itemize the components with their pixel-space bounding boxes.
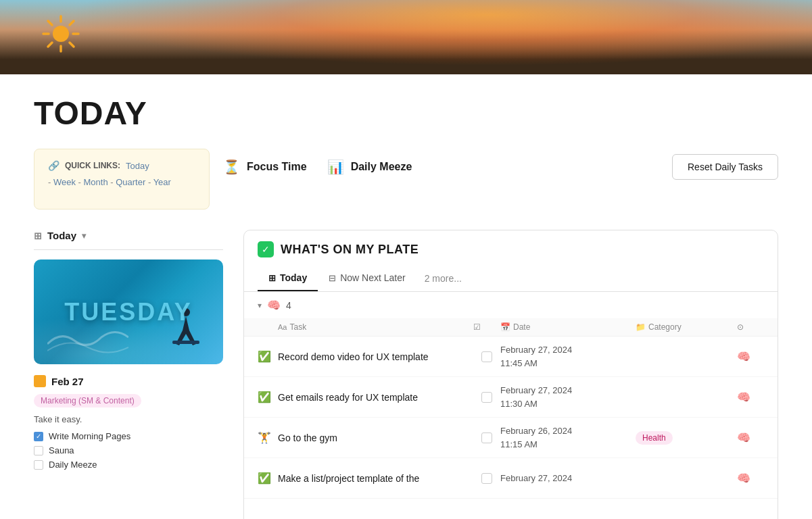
focus-time-button[interactable]: ⏳ Focus Time bbox=[223, 152, 307, 182]
task-name-3[interactable]: Make a list/project template of the bbox=[278, 473, 473, 484]
row-date-line1-2: February 26, 2024 bbox=[500, 424, 636, 438]
col-date-icon: 📅 bbox=[500, 322, 510, 332]
daily-meeze-icon: 📊 bbox=[327, 159, 344, 175]
sun-container bbox=[41, 14, 81, 54]
quick-link-today[interactable]: Today bbox=[126, 161, 149, 171]
left-panel: ⊞ Today ▾ TUESDA bbox=[34, 230, 223, 519]
group-row: ▾ 🧠 4 bbox=[244, 292, 778, 318]
row-date-2: February 26, 2024 11:15 AM bbox=[500, 424, 636, 451]
plate-check-icon: ✓ bbox=[258, 241, 274, 257]
right-panel: ✓ WHAT'S ON MY PLATE ⊞ Today ⊟ Now Next … bbox=[243, 230, 778, 519]
header-bg bbox=[0, 0, 812, 74]
more-tabs-button[interactable]: 2 more... bbox=[416, 266, 470, 291]
quick-link-week[interactable]: Week bbox=[53, 177, 76, 187]
table-row: 🏋️ Go to the gym February 26, 2024 11:15… bbox=[244, 418, 778, 458]
main-content: TODAY 🔗 QUICK LINKS: Today - Week - Mont… bbox=[0, 74, 812, 519]
row-checkbox-3[interactable] bbox=[473, 473, 500, 484]
category-health-badge: Health bbox=[636, 431, 673, 445]
row-date-line1-3: February 27, 2024 bbox=[500, 472, 636, 485]
tagline: Take it easy. bbox=[34, 414, 223, 424]
checklist-label-0: Write Morning Pages bbox=[49, 431, 130, 441]
group-arrow-icon: ▾ bbox=[258, 301, 262, 310]
col-header-date: 📅 Date bbox=[500, 322, 636, 332]
col-check-icon: ☑ bbox=[473, 322, 481, 332]
row-brain-2: 🧠 bbox=[737, 431, 764, 444]
header-image bbox=[0, 0, 812, 74]
row-status-icon-2: 🏋️ bbox=[258, 431, 278, 444]
page-title: TODAY bbox=[34, 95, 778, 132]
tab-nnl-label: Now Next Later bbox=[340, 272, 405, 283]
svg-line-8 bbox=[48, 43, 52, 47]
col-task-type-icon: Aa bbox=[278, 323, 287, 331]
action-buttons: ⏳ Focus Time 📊 Daily Meeze Reset Daily T… bbox=[223, 149, 778, 182]
checkbox-checked-icon[interactable]: ✓ bbox=[34, 432, 43, 441]
svg-line-6 bbox=[70, 43, 74, 47]
today-label: Today bbox=[47, 230, 76, 241]
tab-today-icon: ⊞ bbox=[268, 273, 276, 283]
checkbox-unchecked-icon[interactable] bbox=[34, 446, 43, 455]
focus-time-label: Focus Time bbox=[247, 161, 307, 173]
task-name-2[interactable]: Go to the gym bbox=[278, 432, 473, 443]
row-date-line2-2: 11:15 AM bbox=[500, 438, 636, 451]
row-checkbox-1[interactable] bbox=[473, 392, 500, 403]
row-checkbox-0[interactable] bbox=[473, 351, 500, 362]
tab-now-next-later[interactable]: ⊟ Now Next Later bbox=[318, 266, 416, 291]
group-count: 4 bbox=[286, 300, 291, 311]
svg-line-5 bbox=[48, 21, 52, 25]
col-date-label: Date bbox=[513, 322, 530, 332]
tag-pill[interactable]: Marketing (SM & Content) bbox=[34, 394, 141, 407]
focus-time-icon: ⏳ bbox=[223, 159, 240, 175]
col-header-brain: ⊙ bbox=[737, 322, 764, 332]
chevron-down-icon: ▾ bbox=[82, 231, 86, 241]
plate-card: ✓ WHAT'S ON MY PLATE ⊞ Today ⊟ Now Next … bbox=[243, 230, 778, 519]
body-row: ⊞ Today ▾ TUESDA bbox=[34, 230, 778, 519]
row-status-icon-1: ✅ bbox=[258, 391, 278, 403]
svg-rect-10 bbox=[172, 341, 199, 344]
quick-link-quarter[interactable]: Quarter bbox=[116, 177, 145, 187]
tab-today[interactable]: ⊞ Today bbox=[258, 266, 318, 291]
table-body: ✅ Record demo video for UX template Febr… bbox=[244, 337, 778, 519]
quick-links-header: 🔗 QUICK LINKS: Today bbox=[48, 160, 195, 171]
table-row: ✅ Get emails ready for UX template Febru… bbox=[244, 377, 778, 418]
row-brain-3: 🧠 bbox=[737, 472, 764, 485]
sidebar-divider bbox=[34, 249, 223, 250]
day-card-inner: TUESDAY bbox=[34, 260, 223, 364]
row-date-line1-0: February 27, 2024 bbox=[500, 343, 636, 357]
row-date-3: February 27, 2024 bbox=[500, 472, 636, 485]
quick-links-label: QUICK LINKS: bbox=[65, 161, 120, 170]
col-header-check: ☑ bbox=[473, 322, 500, 332]
daily-meeze-label: Daily Meeze bbox=[351, 161, 412, 173]
checklist-item-0: ✓ Write Morning Pages bbox=[34, 431, 223, 441]
quick-link-month[interactable]: Month bbox=[84, 177, 108, 187]
svg-point-0 bbox=[53, 26, 69, 42]
link-icon: 🔗 bbox=[48, 160, 59, 171]
task-name-0[interactable]: Record demo video for UX template bbox=[278, 351, 473, 362]
row-date-line2-1: 11:30 AM bbox=[500, 397, 636, 411]
svg-line-7 bbox=[70, 21, 74, 25]
checkbox-unchecked-icon-2[interactable] bbox=[34, 460, 43, 470]
checklist-label-1: Sauna bbox=[49, 445, 74, 455]
col-header-category: 📁 Category bbox=[636, 322, 737, 332]
row-status-icon-0: ✅ bbox=[258, 350, 278, 363]
checklist-item-2: Daily Meeze bbox=[34, 460, 223, 470]
top-row: 🔗 QUICK LINKS: Today - Week - Month - Qu… bbox=[34, 149, 778, 209]
row-checkbox-2[interactable] bbox=[473, 432, 500, 443]
plate-title: WHAT'S ON MY PLATE bbox=[281, 243, 419, 257]
reset-daily-tasks-button[interactable]: Reset Daily Tasks bbox=[672, 154, 778, 180]
tab-today-label: Today bbox=[280, 272, 307, 283]
tab-nnl-icon: ⊟ bbox=[329, 273, 336, 283]
row-brain-0: 🧠 bbox=[737, 350, 764, 363]
table-header: Aa Task ☑ 📅 Date 📁 Category bbox=[244, 318, 778, 337]
quick-links-box: 🔗 QUICK LINKS: Today - Week - Month - Qu… bbox=[34, 149, 210, 209]
col-task-label: Task bbox=[289, 322, 306, 332]
sun-icon bbox=[41, 14, 81, 54]
date-label: Feb 27 bbox=[51, 376, 84, 387]
row-category-2: Health bbox=[636, 431, 737, 445]
col-header-task: Aa Task bbox=[278, 322, 473, 332]
group-brain-emoji: 🧠 bbox=[267, 299, 281, 312]
col-category-label: Category bbox=[648, 322, 682, 332]
quick-link-year[interactable]: Year bbox=[153, 177, 171, 187]
daily-meeze-button[interactable]: 📊 Daily Meeze bbox=[327, 152, 412, 182]
task-name-1[interactable]: Get emails ready for UX template bbox=[278, 392, 473, 403]
plate-header: ✓ WHAT'S ON MY PLATE bbox=[244, 230, 778, 266]
